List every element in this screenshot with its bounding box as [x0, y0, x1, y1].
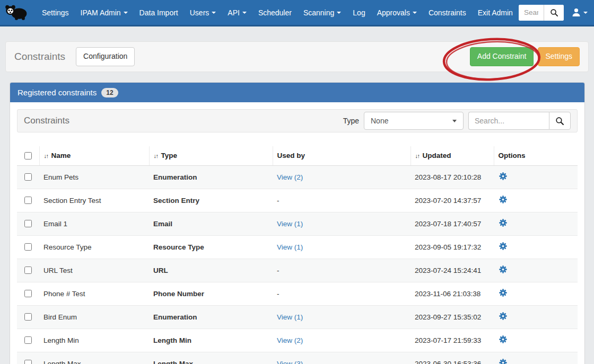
sort-icon[interactable]: ↓↑: [415, 153, 420, 159]
row-checkbox[interactable]: [24, 220, 32, 227]
gear-icon[interactable]: [499, 242, 507, 250]
header-settings-button[interactable]: Settings: [538, 47, 580, 66]
constraint-name: Length Min: [39, 329, 149, 352]
updated-timestamp: 2023-07-24 15:24:41: [410, 259, 494, 282]
constraint-name: Email 1: [39, 212, 149, 236]
updated-timestamp: 2023-07-17 21:59:33: [410, 329, 494, 352]
nav-item[interactable]: Exit Admin: [472, 5, 519, 20]
table-toolbar: Constraints Type None: [17, 109, 578, 132]
used-by-view-link[interactable]: View (1): [277, 243, 303, 251]
chevron-down-icon: [124, 12, 128, 14]
table-search-button[interactable]: [549, 112, 571, 130]
header-actions: Add Constraint Settings: [470, 47, 580, 66]
updated-timestamp: 2023-08-17 20:10:28: [410, 166, 494, 189]
constraint-type: Enumeration: [149, 306, 273, 329]
nav-item[interactable]: Approvals: [371, 5, 423, 20]
used-by-view-link[interactable]: View (2): [277, 336, 303, 344]
navbar-search-group: [519, 5, 564, 21]
updated-timestamp: 2023-07-20 14:37:57: [410, 189, 494, 212]
user-menu[interactable]: [571, 7, 588, 17]
select-all-header: [17, 146, 39, 166]
constraint-name: Resource Type: [39, 236, 149, 259]
select-all-checkbox[interactable]: [24, 152, 32, 159]
used-by-empty: -: [277, 197, 279, 205]
chevron-down-icon: [242, 12, 247, 14]
panda-logo-icon: [4, 4, 29, 21]
nav-item[interactable]: IPAM Admin: [75, 5, 134, 20]
panel-heading: Registered constraints 12: [10, 83, 584, 102]
row-checkbox[interactable]: [24, 360, 32, 364]
type-filter-label: Type: [343, 117, 359, 125]
gear-icon[interactable]: [499, 312, 507, 320]
constraint-name: Enum Pets: [39, 166, 149, 189]
column-header[interactable]: Options: [494, 146, 578, 166]
panel-body: Constraints Type None: [10, 102, 584, 364]
nav-item[interactable]: Data Import: [134, 5, 184, 20]
sort-icon[interactable]: ↓↑: [154, 153, 158, 159]
row-checkbox[interactable]: [24, 267, 32, 274]
row-checkbox[interactable]: [24, 290, 32, 297]
nav-item[interactable]: Log: [347, 5, 371, 20]
used-by-empty: -: [277, 290, 279, 298]
navbar-search-input[interactable]: [519, 5, 544, 21]
registered-constraints-panel: Registered constraints 12 Constraints Ty…: [10, 82, 585, 364]
configuration-button[interactable]: Configuration: [76, 47, 135, 66]
nav-item-label: Exit Admin: [478, 8, 513, 17]
used-by-view-link[interactable]: View (1): [277, 220, 303, 228]
row-checkbox[interactable]: [24, 173, 32, 181]
column-header-label: Options: [499, 152, 526, 159]
nav-item-label: Data Import: [139, 8, 178, 17]
constraint-name: Bird Enum: [39, 306, 149, 329]
used-by-view-link[interactable]: View (3): [277, 360, 303, 364]
column-header[interactable]: ↓↑Updated: [410, 146, 494, 166]
nav-item[interactable]: Users: [184, 5, 222, 20]
gear-icon[interactable]: [499, 359, 507, 364]
constraint-type: Length Max: [149, 352, 273, 364]
column-header-label: Type: [161, 152, 178, 159]
gear-icon[interactable]: [499, 335, 507, 343]
table-search-input[interactable]: [468, 112, 549, 130]
constraint-type: Email: [149, 212, 273, 236]
gear-icon[interactable]: [499, 172, 507, 180]
table-row: Bird Enum Enumeration View (1) 2023-09-2…: [17, 306, 578, 329]
updated-timestamp: 2023-06-30 16:53:36: [410, 352, 494, 364]
type-filter-select[interactable]: None: [364, 112, 464, 130]
table-row: Length Min Length Min View (2) 2023-07-1…: [17, 329, 578, 352]
page-title: Constraints: [14, 51, 65, 63]
column-header[interactable]: Used by: [273, 146, 410, 166]
page-header: Constraints Configuration Add Constraint…: [5, 41, 589, 72]
nav-item[interactable]: Scanning: [298, 5, 347, 20]
row-checkbox[interactable]: [24, 243, 32, 251]
used-by-view-link[interactable]: View (2): [277, 173, 303, 181]
gear-icon[interactable]: [499, 196, 507, 203]
table-row: Email 1 Email View (1) 2023-07-18 17:40:…: [17, 212, 578, 236]
add-constraint-button[interactable]: Add Constraint: [470, 47, 534, 66]
nav-item[interactable]: Settings: [36, 5, 75, 20]
row-checkbox[interactable]: [24, 313, 32, 321]
used-by-view-link[interactable]: View (1): [277, 313, 303, 321]
gear-icon[interactable]: [499, 289, 507, 297]
sort-icon[interactable]: ↓↑: [44, 153, 48, 159]
row-checkbox[interactable]: [24, 336, 32, 344]
constraint-type: Length Min: [149, 329, 273, 352]
table-row: URL Test URL - 2023-07-24 15:24:41: [17, 259, 578, 282]
nav-item[interactable]: Scheduler: [252, 5, 298, 20]
top-navbar: Settings IPAM Admin Data Import Users AP…: [0, 0, 594, 26]
nav-item[interactable]: Constraints: [423, 5, 472, 20]
column-header[interactable]: ↓↑Type: [149, 146, 273, 166]
nav-menu: Settings IPAM Admin Data Import Users AP…: [36, 5, 519, 20]
table-row: Section Entry Test Section Entry - 2023-…: [17, 189, 578, 212]
panda-logo[interactable]: [4, 3, 29, 22]
navbar-search-button[interactable]: [544, 5, 564, 21]
nav-item[interactable]: API: [222, 5, 252, 20]
constraint-type: Phone Number: [149, 282, 273, 306]
gear-icon[interactable]: [499, 219, 507, 227]
constraint-name: Section Entry Test: [39, 189, 149, 212]
constraint-name: Phone # Test: [39, 282, 149, 306]
column-header[interactable]: ↓↑Name: [39, 146, 149, 166]
updated-timestamp: 2023-09-27 15:35:02: [410, 306, 494, 329]
nav-item-label: Settings: [42, 8, 69, 17]
table-row: Length Max Length Max View (3) 2023-06-3…: [17, 352, 578, 364]
row-checkbox[interactable]: [24, 197, 32, 204]
gear-icon[interactable]: [499, 265, 507, 273]
